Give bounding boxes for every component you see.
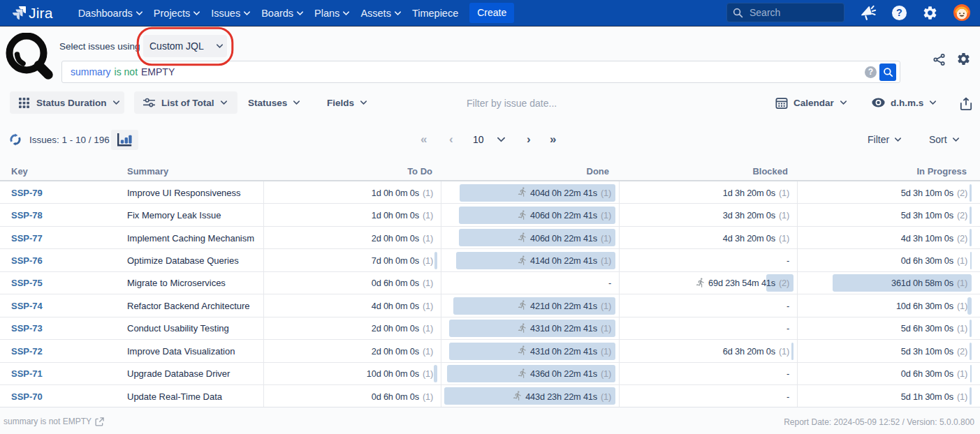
svg-text:?: ?: [896, 7, 902, 18]
